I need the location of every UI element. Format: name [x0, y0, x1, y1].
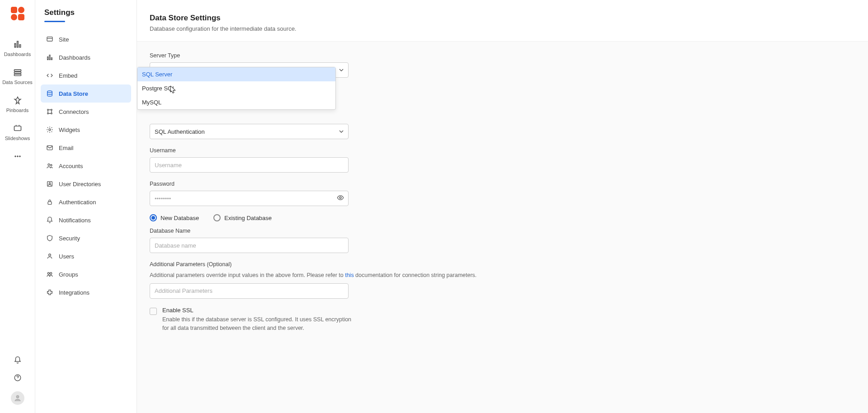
- svg-rect-4: [14, 43, 15, 47]
- nav-item-embed[interactable]: Embed: [41, 66, 131, 84]
- settings-sidenav: Settings Site Dashboards Embed Data Stor…: [35, 0, 137, 413]
- svg-point-20: [47, 91, 52, 93]
- radio-label: Existing Database: [224, 215, 272, 221]
- app-logo[interactable]: [9, 5, 26, 22]
- rail-notifications-icon[interactable]: [14, 356, 22, 366]
- database-name-input[interactable]: [150, 238, 349, 253]
- nav-label: Dashboards: [59, 54, 90, 61]
- database-name-label: Database Name: [150, 228, 495, 234]
- svg-rect-17: [47, 57, 48, 60]
- password-label: Password: [150, 181, 495, 187]
- svg-point-25: [49, 129, 51, 131]
- nav-item-widgets[interactable]: Widgets: [41, 121, 131, 139]
- nav-item-groups[interactable]: Groups: [41, 265, 131, 283]
- page-header: Data Store Settings Database configurati…: [137, 0, 868, 42]
- authentication-value: SQL Authentication: [155, 128, 205, 135]
- nav-label: Accounts: [59, 163, 83, 169]
- additional-params-input[interactable]: [150, 283, 349, 299]
- nav-label: Authentication: [59, 199, 96, 206]
- data-store-form: Server Type SQL Server SQL Server Postgr…: [137, 42, 508, 358]
- svg-rect-3: [18, 14, 24, 20]
- nav-label: Groups: [59, 271, 78, 278]
- svg-rect-0: [11, 7, 17, 13]
- svg-rect-10: [14, 126, 21, 131]
- chevron-down-icon: [339, 129, 344, 134]
- page-title: Data Store Settings: [150, 14, 855, 23]
- svg-point-13: [19, 156, 20, 157]
- svg-point-12: [17, 156, 18, 157]
- nav-label: User Directories: [59, 181, 101, 188]
- nav-item-connectors[interactable]: Connectors: [41, 103, 131, 121]
- nav-item-integrations[interactable]: Integrations: [41, 283, 131, 301]
- additional-params-doc-link[interactable]: this: [345, 272, 354, 278]
- rail-item-data-sources[interactable]: Data Sources: [0, 63, 35, 91]
- svg-rect-31: [48, 202, 52, 204]
- svg-point-27: [48, 164, 50, 165]
- svg-point-35: [340, 197, 341, 199]
- nav-label: Integrations: [59, 289, 90, 296]
- svg-rect-19: [51, 58, 52, 60]
- nav-item-accounts[interactable]: Accounts: [41, 157, 131, 175]
- svg-rect-8: [14, 72, 21, 73]
- svg-point-24: [51, 113, 52, 114]
- username-input[interactable]: [150, 157, 349, 173]
- nav-label: Widgets: [59, 127, 80, 133]
- svg-point-33: [47, 272, 49, 274]
- nav-item-user-directories[interactable]: User Directories: [41, 175, 131, 193]
- enable-ssl-checkbox[interactable]: [150, 308, 157, 315]
- enable-ssl-label: Enable SSL: [162, 307, 352, 314]
- password-visibility-toggle[interactable]: [337, 194, 344, 203]
- rail-user-avatar[interactable]: [11, 391, 24, 405]
- svg-point-32: [49, 254, 51, 256]
- rail-item-pinboards[interactable]: Pinboards: [0, 91, 35, 119]
- nav-item-security[interactable]: Security: [41, 229, 131, 247]
- svg-point-28: [51, 164, 52, 166]
- nav-label: Users: [59, 253, 74, 260]
- radio-label: New Database: [160, 215, 199, 221]
- nav-item-data-store[interactable]: Data Store: [41, 84, 131, 103]
- nav-item-dashboards[interactable]: Dashboards: [41, 48, 131, 66]
- nav-item-site[interactable]: Site: [41, 30, 131, 48]
- left-rail: Dashboards Data Sources Pinboards Slides…: [0, 0, 35, 413]
- password-input[interactable]: [150, 191, 349, 206]
- nav-label: Connectors: [59, 108, 89, 115]
- page-subtitle: Database configuration for the intermedi…: [150, 25, 855, 32]
- nav-item-notifications[interactable]: Notifications: [41, 211, 131, 229]
- rail-help-icon[interactable]: [14, 374, 22, 383]
- svg-point-21: [47, 109, 49, 111]
- dropdown-option-postgre-sql[interactable]: Postgre SQL: [137, 81, 335, 95]
- rail-item-more[interactable]: [0, 147, 35, 167]
- svg-point-15: [16, 395, 19, 398]
- rail-label: Dashboards: [4, 52, 31, 57]
- sidenav-underline: [44, 21, 65, 22]
- sidenav-title: Settings: [41, 8, 131, 19]
- rail-item-dashboards[interactable]: Dashboards: [0, 35, 35, 63]
- nav-label: Email: [59, 145, 74, 151]
- nav-label: Site: [59, 36, 69, 43]
- help-text: Additional parameters override input val…: [150, 272, 345, 278]
- radio-new-database[interactable]: New Database: [150, 214, 199, 221]
- dropdown-option-sql-server[interactable]: SQL Server: [137, 67, 335, 81]
- svg-rect-6: [19, 45, 20, 47]
- svg-rect-2: [11, 14, 17, 20]
- svg-rect-9: [14, 74, 21, 75]
- server-type-dropdown: SQL Server Postgre SQL MySQL: [137, 67, 336, 110]
- chevron-down-icon: [339, 68, 344, 72]
- help-text: documentation for connection string para…: [354, 272, 477, 278]
- nav-item-authentication[interactable]: Authentication: [41, 193, 131, 211]
- authentication-select[interactable]: SQL Authentication: [150, 124, 349, 139]
- dropdown-option-mysql[interactable]: MySQL: [137, 95, 335, 109]
- svg-point-23: [47, 113, 49, 114]
- eye-icon: [337, 194, 344, 202]
- svg-point-11: [14, 156, 16, 157]
- rail-label: Slideshows: [5, 136, 30, 141]
- svg-rect-7: [14, 70, 21, 71]
- rail-item-slideshows[interactable]: Slideshows: [0, 119, 35, 147]
- rail-label: Data Sources: [2, 80, 33, 85]
- nav-item-email[interactable]: Email: [41, 139, 131, 157]
- radio-circle-icon: [150, 214, 157, 221]
- svg-rect-1: [18, 7, 24, 13]
- radio-existing-database[interactable]: Existing Database: [213, 214, 272, 221]
- svg-rect-5: [17, 41, 18, 47]
- nav-item-users[interactable]: Users: [41, 247, 131, 265]
